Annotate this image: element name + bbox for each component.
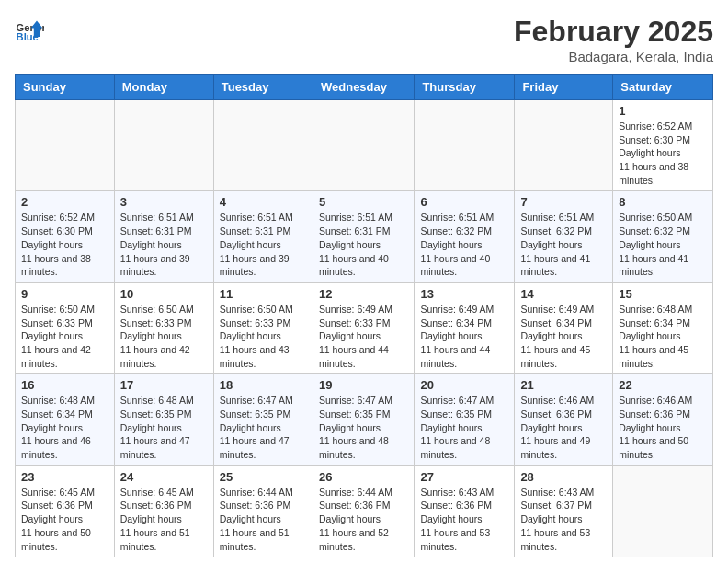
calendar-cell: 3Sunrise: 6:51 AMSunset: 6:31 PMDaylight… [114, 191, 213, 282]
day-info: Sunrise: 6:44 AMSunset: 6:36 PMDaylight … [319, 486, 408, 553]
weekday-header: Monday [114, 75, 213, 100]
day-number: 10 [120, 287, 208, 301]
day-number: 22 [619, 378, 707, 392]
day-info: Sunrise: 6:44 AMSunset: 6:36 PMDaylight … [220, 486, 307, 553]
calendar-cell [213, 100, 313, 191]
weekday-header: Sunday [16, 75, 115, 100]
calendar-cell: 5Sunrise: 6:51 AMSunset: 6:31 PMDaylight… [313, 191, 414, 282]
day-info: Sunrise: 6:48 AMSunset: 6:35 PMDaylight … [120, 394, 208, 461]
calendar-cell: 13Sunrise: 6:49 AMSunset: 6:34 PMDayligh… [415, 282, 515, 373]
calendar-cell: 6Sunrise: 6:51 AMSunset: 6:32 PMDaylight… [415, 191, 515, 282]
day-info: Sunrise: 6:49 AMSunset: 6:33 PMDaylight … [319, 303, 408, 370]
day-number: 26 [319, 470, 408, 484]
day-number: 8 [619, 195, 707, 209]
calendar-cell: 7Sunrise: 6:51 AMSunset: 6:32 PMDaylight… [515, 191, 613, 282]
day-number: 25 [220, 470, 307, 484]
day-info: Sunrise: 6:51 AMSunset: 6:32 PMDaylight … [420, 211, 508, 278]
weekday-header-row: SundayMondayTuesdayWednesdayThursdayFrid… [16, 75, 713, 100]
day-number: 19 [319, 378, 408, 392]
day-info: Sunrise: 6:50 AMSunset: 6:33 PMDaylight … [220, 303, 307, 370]
calendar-cell: 25Sunrise: 6:44 AMSunset: 6:36 PMDayligh… [213, 465, 313, 557]
calendar-cell: 19Sunrise: 6:47 AMSunset: 6:35 PMDayligh… [313, 374, 414, 465]
day-info: Sunrise: 6:46 AMSunset: 6:36 PMDaylight … [619, 394, 707, 461]
day-info: Sunrise: 6:49 AMSunset: 6:34 PMDaylight … [420, 303, 508, 370]
calendar-cell: 14Sunrise: 6:49 AMSunset: 6:34 PMDayligh… [515, 282, 613, 373]
day-number: 24 [120, 470, 208, 484]
title-block: February 2025 Badagara, Kerala, India [514, 15, 713, 64]
calendar-cell: 20Sunrise: 6:47 AMSunset: 6:35 PMDayligh… [415, 374, 515, 465]
logo: General Blue [15, 15, 46, 44]
calendar-cell: 21Sunrise: 6:46 AMSunset: 6:36 PMDayligh… [515, 374, 613, 465]
day-info: Sunrise: 6:48 AMSunset: 6:34 PMDaylight … [21, 394, 108, 461]
day-number: 2 [21, 195, 108, 209]
calendar-cell: 16Sunrise: 6:48 AMSunset: 6:34 PMDayligh… [16, 374, 115, 465]
calendar-week-row: 9Sunrise: 6:50 AMSunset: 6:33 PMDaylight… [16, 282, 713, 373]
day-info: Sunrise: 6:50 AMSunset: 6:33 PMDaylight … [120, 303, 208, 370]
day-number: 6 [420, 195, 508, 209]
day-info: Sunrise: 6:49 AMSunset: 6:34 PMDaylight … [520, 303, 607, 370]
day-info: Sunrise: 6:47 AMSunset: 6:35 PMDaylight … [220, 394, 307, 461]
calendar-cell: 15Sunrise: 6:48 AMSunset: 6:34 PMDayligh… [613, 282, 713, 373]
calendar-cell: 23Sunrise: 6:45 AMSunset: 6:36 PMDayligh… [16, 465, 115, 557]
day-number: 4 [220, 195, 307, 209]
calendar-cell [16, 100, 115, 191]
day-number: 27 [420, 470, 508, 484]
day-number: 16 [21, 378, 108, 392]
calendar-cell [313, 100, 414, 191]
calendar-cell: 9Sunrise: 6:50 AMSunset: 6:33 PMDaylight… [16, 282, 115, 373]
calendar-cell [613, 465, 713, 557]
day-number: 14 [520, 287, 607, 301]
day-info: Sunrise: 6:45 AMSunset: 6:36 PMDaylight … [120, 486, 208, 553]
page-header: General Blue February 2025 Badagara, Ker… [15, 15, 713, 64]
day-info: Sunrise: 6:47 AMSunset: 6:35 PMDaylight … [319, 394, 408, 461]
day-info: Sunrise: 6:51 AMSunset: 6:31 PMDaylight … [319, 211, 408, 278]
day-number: 5 [319, 195, 408, 209]
day-info: Sunrise: 6:50 AMSunset: 6:33 PMDaylight … [21, 303, 108, 370]
day-info: Sunrise: 6:51 AMSunset: 6:31 PMDaylight … [120, 211, 208, 278]
calendar-week-row: 2Sunrise: 6:52 AMSunset: 6:30 PMDaylight… [16, 191, 713, 282]
calendar-cell [415, 100, 515, 191]
day-number: 7 [520, 195, 607, 209]
day-info: Sunrise: 6:46 AMSunset: 6:36 PMDaylight … [520, 394, 607, 461]
weekday-header: Wednesday [313, 75, 414, 100]
calendar-cell: 24Sunrise: 6:45 AMSunset: 6:36 PMDayligh… [114, 465, 213, 557]
day-number: 20 [420, 378, 508, 392]
day-number: 18 [220, 378, 307, 392]
day-number: 13 [420, 287, 508, 301]
calendar-cell: 27Sunrise: 6:43 AMSunset: 6:36 PMDayligh… [415, 465, 515, 557]
calendar-week-row: 23Sunrise: 6:45 AMSunset: 6:36 PMDayligh… [16, 465, 713, 557]
day-number: 21 [520, 378, 607, 392]
day-number: 17 [120, 378, 208, 392]
calendar-cell: 2Sunrise: 6:52 AMSunset: 6:30 PMDaylight… [16, 191, 115, 282]
calendar-cell: 1Sunrise: 6:52 AMSunset: 6:30 PMDaylight… [613, 100, 713, 191]
day-number: 1 [619, 104, 707, 118]
day-info: Sunrise: 6:45 AMSunset: 6:36 PMDaylight … [21, 486, 108, 553]
day-info: Sunrise: 6:43 AMSunset: 6:37 PMDaylight … [520, 486, 607, 553]
day-info: Sunrise: 6:51 AMSunset: 6:31 PMDaylight … [220, 211, 307, 278]
calendar-cell [114, 100, 213, 191]
day-number: 3 [120, 195, 208, 209]
weekday-header: Tuesday [213, 75, 313, 100]
day-info: Sunrise: 6:52 AMSunset: 6:30 PMDaylight … [619, 120, 707, 187]
day-number: 9 [21, 287, 108, 301]
calendar-cell: 18Sunrise: 6:47 AMSunset: 6:35 PMDayligh… [213, 374, 313, 465]
day-info: Sunrise: 6:43 AMSunset: 6:36 PMDaylight … [420, 486, 508, 553]
day-number: 11 [220, 287, 307, 301]
day-info: Sunrise: 6:50 AMSunset: 6:32 PMDaylight … [619, 211, 707, 278]
day-info: Sunrise: 6:47 AMSunset: 6:35 PMDaylight … [420, 394, 508, 461]
calendar-cell: 17Sunrise: 6:48 AMSunset: 6:35 PMDayligh… [114, 374, 213, 465]
calendar-cell: 26Sunrise: 6:44 AMSunset: 6:36 PMDayligh… [313, 465, 414, 557]
calendar-cell: 12Sunrise: 6:49 AMSunset: 6:33 PMDayligh… [313, 282, 414, 373]
calendar-week-row: 1Sunrise: 6:52 AMSunset: 6:30 PMDaylight… [16, 100, 713, 191]
calendar-cell: 4Sunrise: 6:51 AMSunset: 6:31 PMDaylight… [213, 191, 313, 282]
weekday-header: Friday [515, 75, 613, 100]
logo-icon: General Blue [15, 15, 44, 44]
day-number: 28 [520, 470, 607, 484]
day-info: Sunrise: 6:48 AMSunset: 6:34 PMDaylight … [619, 303, 707, 370]
calendar-cell [515, 100, 613, 191]
day-number: 23 [21, 470, 108, 484]
calendar-cell: 11Sunrise: 6:50 AMSunset: 6:33 PMDayligh… [213, 282, 313, 373]
day-number: 12 [319, 287, 408, 301]
weekday-header: Thursday [415, 75, 515, 100]
location: Badagara, Kerala, India [514, 49, 713, 64]
